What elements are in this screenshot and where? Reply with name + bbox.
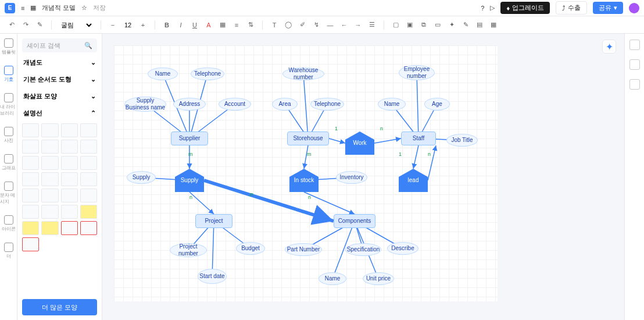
diagram-node[interactable]: Work: [345, 131, 374, 155]
shape-item[interactable]: [80, 189, 97, 202]
app-logo[interactable]: E: [5, 3, 15, 13]
diagram-node[interactable]: Project number: [170, 243, 207, 257]
diagram-node[interactable]: Specification: [345, 243, 381, 256]
increase-icon[interactable]: +: [138, 20, 148, 30]
shape-item[interactable]: [22, 123, 39, 137]
shape-item[interactable]: [41, 221, 58, 235]
shape-item[interactable]: [22, 140, 39, 154]
shape-item[interactable]: [80, 205, 97, 219]
highlight-icon[interactable]: ▦: [218, 20, 227, 30]
diagram-canvas[interactable]: SupplierStorehouseStaffProjectComponents…: [114, 45, 498, 301]
rail-icon[interactable]: 아이콘: [2, 215, 16, 232]
shape-item[interactable]: [22, 189, 39, 202]
diagram-node[interactable]: Address: [173, 98, 206, 111]
diagram-node[interactable]: Supply: [175, 169, 204, 192]
shape-item[interactable]: [80, 221, 97, 235]
shape-item[interactable]: [41, 156, 58, 170]
rail-template[interactable]: 템플릿: [2, 38, 16, 55]
fx-icon[interactable]: ✦: [447, 20, 456, 30]
diagram-node[interactable]: Area: [272, 98, 298, 111]
align-icon[interactable]: ≡: [232, 20, 241, 30]
diagram-node[interactable]: Name: [378, 98, 406, 111]
shape-item[interactable]: [80, 156, 97, 170]
shape-item[interactable]: [61, 189, 78, 202]
diagram-node[interactable]: Staff: [401, 131, 436, 145]
diagram-node[interactable]: Telephone: [310, 98, 344, 111]
fill-icon[interactable]: ◯: [284, 20, 293, 30]
rail-text[interactable]: 문자 메시지: [0, 182, 17, 205]
line-style-icon[interactable]: —: [325, 20, 335, 30]
diagram-node[interactable]: Part Number: [285, 243, 322, 256]
arrow-start-icon[interactable]: ←: [339, 20, 349, 30]
shape-item[interactable]: [61, 156, 78, 170]
diagram-node[interactable]: Budget: [236, 242, 265, 255]
shape-item[interactable]: [80, 140, 97, 154]
more-icon[interactable]: ▦: [489, 20, 498, 30]
image-icon[interactable]: ▭: [433, 20, 442, 30]
crop-icon[interactable]: ⧉: [419, 20, 428, 30]
diagram-node[interactable]: Supply: [127, 171, 156, 184]
font-size-input[interactable]: [122, 22, 134, 29]
export-button[interactable]: ⤴수출: [556, 1, 587, 15]
canvas-area[interactable]: SupplierStorehouseStaffProjectComponents…: [102, 34, 624, 320]
redo-icon[interactable]: ↷: [21, 20, 30, 30]
shape-item[interactable]: [22, 221, 39, 235]
italic-icon[interactable]: I: [176, 20, 185, 30]
diagram-node[interactable]: Describe: [387, 242, 418, 255]
layer-icon[interactable]: ▣: [405, 20, 414, 30]
chat-icon[interactable]: [629, 59, 640, 70]
text-tool-icon[interactable]: T: [270, 20, 279, 30]
upgrade-button[interactable]: ♦업그레이드: [500, 2, 550, 14]
help-icon[interactable]: ?: [481, 5, 484, 12]
rail-library[interactable]: 내 라이브러리: [0, 93, 17, 116]
text-color-icon[interactable]: A: [204, 20, 213, 30]
diagram-node[interactable]: Inventory: [336, 171, 367, 184]
underline-icon[interactable]: U: [190, 20, 199, 30]
diagram-node[interactable]: Components: [334, 214, 375, 228]
diagram-node[interactable]: Telephone: [191, 67, 224, 80]
shape-item[interactable]: [22, 156, 39, 170]
shape-item[interactable]: [41, 189, 58, 202]
font-select[interactable]: 굴림: [59, 21, 94, 29]
shape-item[interactable]: [41, 123, 58, 137]
connector-icon[interactable]: ↯: [312, 20, 321, 30]
rail-photo[interactable]: 사진: [4, 127, 13, 144]
shape-item[interactable]: [41, 140, 58, 154]
cat-callout[interactable]: 설명선⌃: [22, 106, 97, 120]
cat-arrows[interactable]: 화살표 모양⌄: [22, 90, 97, 103]
diagram-node[interactable]: Storehouse: [287, 131, 329, 145]
diagram-node[interactable]: Employee number: [399, 65, 435, 80]
bold-icon[interactable]: B: [162, 20, 171, 30]
diagram-node[interactable]: Supply Business name: [124, 97, 166, 112]
shape-item[interactable]: [41, 205, 58, 219]
list-icon[interactable]: ☰: [367, 20, 377, 30]
diagram-node[interactable]: Name: [319, 272, 346, 285]
diagram-node[interactable]: Supplier: [171, 131, 208, 145]
arrow-end-icon[interactable]: →: [353, 20, 363, 30]
shape-item[interactable]: [22, 205, 39, 219]
pen-icon[interactable]: ✐: [298, 20, 307, 30]
diagram-node[interactable]: Job Title: [446, 134, 478, 147]
diagram-node[interactable]: Unit price: [363, 272, 394, 285]
brush-icon[interactable]: ✎: [35, 20, 44, 30]
diagram-node[interactable]: Name: [148, 67, 178, 80]
ai-sparkle-icon[interactable]: ✦: [602, 40, 616, 54]
edit-icon[interactable]: ✎: [461, 20, 470, 30]
rail-more[interactable]: 더: [4, 243, 13, 259]
grid-icon[interactable]: [629, 79, 640, 90]
shape-item[interactable]: [61, 221, 78, 235]
shape-item[interactable]: [41, 172, 58, 186]
shape-item[interactable]: [61, 140, 78, 154]
play-icon[interactable]: ▷: [490, 4, 495, 12]
diagram-node[interactable]: Age: [424, 98, 450, 111]
shape-item[interactable]: [22, 237, 39, 251]
decrease-icon[interactable]: −: [108, 20, 117, 30]
undo-icon[interactable]: ↶: [7, 20, 16, 30]
lock-icon[interactable]: ▤: [475, 20, 484, 30]
star-icon[interactable]: ☆: [81, 4, 87, 12]
shape-item[interactable]: [61, 123, 78, 137]
rail-symbols[interactable]: 기호: [4, 66, 13, 83]
doc-title[interactable]: 개념적 모델: [42, 3, 76, 12]
share-button[interactable]: 공유▾: [593, 2, 623, 14]
menu-icon[interactable]: ≡: [21, 5, 24, 12]
